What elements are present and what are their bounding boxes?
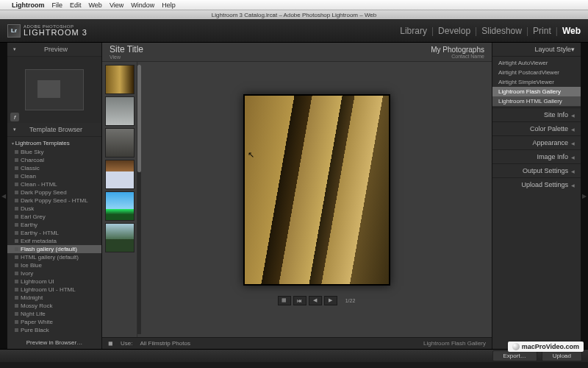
module-print[interactable]: Print	[533, 26, 551, 36]
thumbnail[interactable]	[105, 128, 135, 158]
template-tree: Lightroom Templates Blue SkyCharcoalClas…	[7, 137, 101, 336]
layout-engine-item[interactable]: Airtight AutoViewer	[492, 58, 581, 68]
template-item[interactable]: Flash gallery (default)	[7, 245, 101, 253]
use-label: Use:	[121, 340, 132, 347]
left-panel-toggle[interactable]: ◀	[0, 43, 7, 349]
template-item[interactable]: Lightroom UI	[7, 277, 101, 286]
collection-title[interactable]: My Photographs	[431, 46, 484, 54]
app-menu[interactable]: Lightroom	[12, 1, 45, 9]
menu-help[interactable]: Help	[162, 1, 176, 9]
thumbnail[interactable]	[105, 191, 135, 221]
preview-in-browser-button[interactable]: Preview in Browser…	[7, 336, 101, 349]
prev-button[interactable]: ◀	[309, 296, 322, 305]
template-item[interactable]: Classic	[7, 164, 101, 172]
template-item[interactable]: HTML gallery (default)	[7, 253, 101, 261]
template-item[interactable]: Earthy - HTML	[7, 229, 101, 237]
app-header: Lr ADOBE PHOTOSHOP LIGHTROOM 3 Library| …	[0, 19, 588, 43]
template-item[interactable]: Pure Black - HTML	[7, 334, 101, 336]
module-slideshow[interactable]: Slideshow	[481, 26, 522, 36]
right-panel-toggle[interactable]: ▶	[581, 43, 588, 349]
template-browser-header[interactable]: ▾ Template Browser	[7, 123, 101, 137]
thumbnail[interactable]	[105, 160, 135, 189]
template-group[interactable]: Lightroom Templates	[7, 138, 101, 148]
disclosure-triangle-icon: ▾	[13, 46, 16, 52]
gallery-header: Site Title View My Photographs Contact N…	[102, 43, 492, 62]
upload-settings-panel[interactable]: Upload Settings◀	[492, 177, 581, 191]
thumbnail[interactable]	[105, 96, 135, 126]
menu-window[interactable]: Window	[131, 1, 154, 9]
menu-view[interactable]: View	[110, 1, 123, 9]
center-stage: Site Title View My Photographs Contact N…	[101, 43, 492, 349]
template-item[interactable]: Charcoal	[7, 156, 101, 164]
thumbnail-strip	[102, 62, 137, 337]
module-develop[interactable]: Develop	[438, 26, 470, 36]
watermark-text: macProVideo.com	[522, 343, 579, 350]
template-item[interactable]: Ice Blue	[7, 261, 101, 269]
module-library[interactable]: Library	[400, 26, 427, 36]
center-toolbar: ◼ Use: All Filmstrip Photos Lightroom Fl…	[102, 337, 492, 349]
template-item[interactable]: Lightroom UI - HTML	[7, 286, 101, 294]
template-item[interactable]: Blue Sky	[7, 148, 101, 156]
color-palette-panel[interactable]: Color Palette◀	[492, 121, 581, 135]
grid-view-button[interactable]: ▦	[278, 296, 291, 305]
module-web[interactable]: Web	[562, 26, 581, 36]
site-title[interactable]: Site Title	[110, 44, 143, 54]
output-settings-panel[interactable]: Output Settings◀	[492, 163, 581, 177]
template-item[interactable]: Mossy Rock	[7, 302, 101, 310]
menu-web[interactable]: Web	[89, 1, 102, 9]
template-item[interactable]: Exif metadata	[7, 237, 101, 245]
bottom-bar: Export… Upload	[0, 349, 588, 362]
layout-engine-item[interactable]: Lightroom HTML Gallery	[492, 96, 581, 106]
next-button[interactable]: ▶	[324, 296, 337, 305]
template-item[interactable]: Clean - HTML	[7, 180, 101, 188]
preview-label: Preview	[44, 46, 68, 53]
template-item[interactable]: Ivory	[7, 269, 101, 277]
image-counter: 1/22	[345, 298, 356, 303]
disclosure-triangle-icon: ▾	[571, 46, 575, 53]
contact-name[interactable]: Contact Name	[431, 54, 484, 59]
site-info-panel[interactable]: Site Info◀	[492, 107, 581, 121]
logo-bottom-text: LIGHTROOM 3	[24, 29, 87, 37]
layout-engine-item[interactable]: Airtight SimpleViewer	[492, 77, 581, 87]
gallery-controls: ▦ ⏮ ◀ ▶ 1/22	[278, 296, 356, 305]
mac-menubar: Lightroom File Edit Web View Window Help	[0, 0, 588, 10]
template-browser-label: Template Browser	[29, 126, 82, 133]
first-button[interactable]: ⏮	[293, 296, 306, 305]
left-panel: ▾ Preview f ▾ Template Browser Lightroom…	[7, 43, 101, 349]
window-title-text: Lightroom 3 Catalog.lrcat – Adobe Photos…	[212, 12, 376, 18]
appearance-panel[interactable]: Appearance◀	[492, 135, 581, 149]
template-item[interactable]: Earl Grey	[7, 213, 101, 221]
template-item[interactable]: Night Life	[7, 310, 101, 318]
template-item[interactable]: Pure Black	[7, 326, 101, 334]
logo-badge: Lr	[7, 24, 21, 38]
use-value[interactable]: All Filmstrip Photos	[140, 340, 190, 347]
layout-style-header[interactable]: Layout Style ▾	[492, 43, 581, 57]
disclosure-triangle-icon: ▾	[13, 127, 16, 132]
export-button[interactable]: Export…	[492, 350, 537, 361]
template-item[interactable]: Paper White	[7, 318, 101, 326]
watermark-badge: macProVideo.com	[508, 342, 584, 352]
template-item[interactable]: Earthy	[7, 221, 101, 229]
template-item[interactable]: Clean	[7, 172, 101, 180]
preview-area: f	[7, 57, 101, 123]
layout-engine-item[interactable]: Lightroom Flash Gallery	[492, 87, 581, 96]
upload-button[interactable]: Upload	[542, 350, 582, 361]
template-item[interactable]: Dark Poppy Seed - HTML	[7, 197, 101, 205]
template-item[interactable]: Midnight	[7, 294, 101, 302]
menu-file[interactable]: File	[52, 1, 63, 9]
app-logo: Lr ADOBE PHOTOSHOP LIGHTROOM 3	[7, 24, 87, 38]
right-panel: Layout Style ▾ Airtight AutoViewerAirtig…	[492, 43, 581, 349]
template-item[interactable]: Dark Poppy Seed	[7, 188, 101, 197]
thumbnail[interactable]	[105, 223, 135, 252]
template-item[interactable]: Dusk	[7, 205, 101, 213]
image-info-panel[interactable]: Image Info◀	[492, 149, 581, 163]
layout-engine-item[interactable]: Airtight PostcardViewer	[492, 68, 581, 77]
thumbnail[interactable]	[105, 65, 135, 94]
module-switcher: Library| Develop| Slideshow| Print| Web	[400, 26, 581, 36]
preview-panel-header[interactable]: ▾ Preview	[7, 43, 101, 57]
main-image[interactable]	[243, 94, 390, 286]
view-menu-label[interactable]: View	[110, 54, 143, 60]
menu-edit[interactable]: Edit	[70, 1, 82, 9]
toolbar-square-icon[interactable]: ◼	[108, 340, 113, 347]
window-titlebar: Lightroom 3 Catalog.lrcat – Adobe Photos…	[0, 10, 588, 19]
